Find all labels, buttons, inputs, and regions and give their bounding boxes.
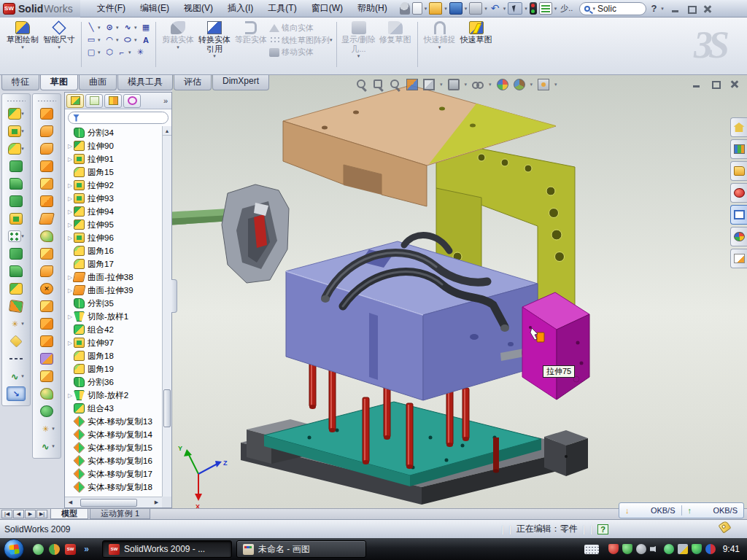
dropdown-caret[interactable]: ▾ [525,6,527,12]
tree-item-分割34[interactable]: 分割34 [66,126,161,139]
nav-button-3[interactable]: ▶| [36,510,47,518]
solidworks-search-tab[interactable] [730,183,747,203]
rib-icon[interactable] [9,160,23,172]
dimxpertmanager-tab[interactable] [123,94,141,108]
apply-scene-icon[interactable] [514,79,525,90]
tree-item-实体-移动/复制18[interactable]: 实体-移动/复制18 [66,481,161,494]
tree-item-圆角16[interactable]: 圆角16 [66,244,161,257]
dropdown-caret[interactable]: ▾ [530,82,533,88]
tree-item-切除-放样2[interactable]: ▷切除-放样2 [66,389,161,402]
dropdown-caret[interactable]: ▾ [503,6,506,12]
keyboard-layout-icon[interactable] [584,545,599,554]
polygon-icon[interactable]: ⬡ [104,47,115,58]
convert-entities-button[interactable]: 转换实体引用 ▾ [196,20,233,59]
dropdown-caret[interactable]: ▾ [134,37,139,43]
nav-button-1[interactable]: ◀ [13,510,24,518]
dome-icon[interactable] [40,405,53,417]
chevron-icon[interactable]: » [163,96,170,105]
tree-item-曲面-拉伸39[interactable]: ▷曲面-拉伸39 [66,284,161,297]
linear-sketch-pattern-button[interactable]: 线性草图阵列 ▾ [269,36,333,45]
dropdown-caret[interactable]: ▾ [116,37,121,43]
tree-item-拉伸96[interactable]: ▷拉伸96 [66,231,161,244]
dropdown-caret[interactable]: ▾ [21,373,24,379]
dropdown-caret[interactable]: ▾ [554,82,557,88]
doc-restore-icon[interactable] [711,79,721,88]
tree-item-拉伸94[interactable]: ▷拉伸94 [66,205,161,218]
minimize-icon[interactable] [670,4,681,13]
dropdown-caret[interactable]: ▾ [438,44,441,50]
tree-item-分割36[interactable]: 分割36 [66,376,161,389]
search-input[interactable]: ▾ Solic [579,2,646,15]
menu-帮助(H)[interactable]: 帮助(H) [351,1,394,16]
nav-button-0[interactable]: |◀ [1,510,12,518]
dropdown-caret[interactable]: ▾ [357,53,360,59]
expand-arrow-icon[interactable]: ▷ [66,314,74,320]
tree-item-拉伸95[interactable]: ▷拉伸95 [66,218,161,231]
combine-bodies-icon[interactable] [9,248,23,260]
graphics-area[interactable]: Y Z X ▾▾▾▾▾ 拉伸75 [172,75,747,508]
quick-snaps-button[interactable]: 快速捕捉 ▾ [422,20,458,50]
custom-properties-tab[interactable] [730,249,747,268]
tree-item-拉伸97[interactable]: ▷拉伸97 [66,336,161,349]
expand-arrow-icon[interactable]: ▷ [66,209,74,215]
filled-surface-icon[interactable] [40,230,53,242]
task-SolidWorks 2009 - ...[interactable]: SWSolidWorks 2009 - ... [102,540,232,558]
smart-dimension-button[interactable]: 智能尺寸 ▾ [41,20,77,50]
planar-surface-icon[interactable] [39,213,55,225]
design-library-tab[interactable] [730,139,747,159]
rapid-sketch-button[interactable]: 快速草图 [458,20,495,44]
instant3d-icon[interactable]: ↘ [7,386,26,401]
expand-arrow-icon[interactable]: ▷ [66,195,74,202]
tree-item-分割35[interactable]: 分割35 [66,297,161,310]
part-gray-insert[interactable] [172,184,289,283]
tree-item-实体-移动/复制16[interactable]: 实体-移动/复制16 [66,454,161,467]
edit-appearance-icon[interactable] [497,79,508,90]
dropdown-caret[interactable]: ▾ [52,426,55,432]
extend-surface-icon[interactable] [40,335,53,347]
scroll-left-icon[interactable]: ◀ [65,499,76,505]
sketch-button[interactable]: 草图绘制 ▾ [4,20,41,50]
menu-编辑(E)[interactable]: 编辑(E) [133,1,176,16]
replace-face-icon[interactable] [40,300,53,312]
chamfer-icon[interactable] [9,195,23,207]
gear-icon[interactable] [636,544,646,554]
dropdown-caret[interactable]: ▾ [661,6,664,12]
tree-item-实体-移动/复制14[interactable]: 实体-移动/复制14 [66,428,161,441]
dropdown-caret[interactable]: ▾ [134,25,139,31]
tree-item-实体-移动/复制13[interactable]: 实体-移动/复制13 [66,415,161,428]
help-button[interactable]: ? [651,3,657,14]
dropdown-caret[interactable]: ▾ [21,233,24,239]
blue-red-icon[interactable] [705,544,716,554]
tree-item-圆角18[interactable]: 圆角18 [66,349,161,362]
linear-pattern-icon[interactable] [8,230,21,242]
previous-view-icon[interactable] [390,79,401,90]
surface-fillet-icon[interactable] [40,265,53,277]
dropdown-caret[interactable]: ▾ [21,44,24,50]
propertymanager-tab[interactable] [85,94,103,108]
start-button[interactable] [4,539,24,559]
tree-item-组合42[interactable]: 组合42 [66,323,161,336]
dropdown-caret[interactable]: ▾ [52,443,55,449]
tree-vertical-scrollbar[interactable]: ▲ [162,126,171,497]
tree-item-圆角15[interactable]: 圆角15 [66,166,161,179]
expand-arrow-icon[interactable]: ▷ [66,143,74,149]
tree-item-实体-移动/复制17[interactable]: 实体-移动/复制17 [66,467,161,481]
configurationmanager-tab[interactable] [104,94,122,108]
print-button[interactable] [469,2,482,15]
arc-icon[interactable]: ◠ [104,34,115,45]
slot-icon[interactable]: ▢ [85,47,97,58]
move-body-icon[interactable] [9,283,23,295]
toolbar-overflow-label[interactable]: 少.. [560,3,573,14]
options-button[interactable] [539,2,552,15]
expand-arrow-icon[interactable]: ▷ [66,156,74,163]
dropdown-caret[interactable]: ▾ [98,50,103,55]
face-fillet-icon[interactable] [40,388,53,400]
doc-tab-模型[interactable]: 模型 [50,509,88,519]
pin-icon[interactable] [400,2,410,15]
display-delete-relations-button[interactable]: 显示/删除几... ▾ [341,20,377,59]
dropdown-caret[interactable]: ▾ [128,50,133,55]
doc-close-icon[interactable] [729,79,740,88]
swept-surface-icon[interactable] [40,143,53,155]
expand-arrow-icon[interactable]: ▷ [66,340,74,346]
nav-button-2[interactable]: ▶ [25,510,36,518]
